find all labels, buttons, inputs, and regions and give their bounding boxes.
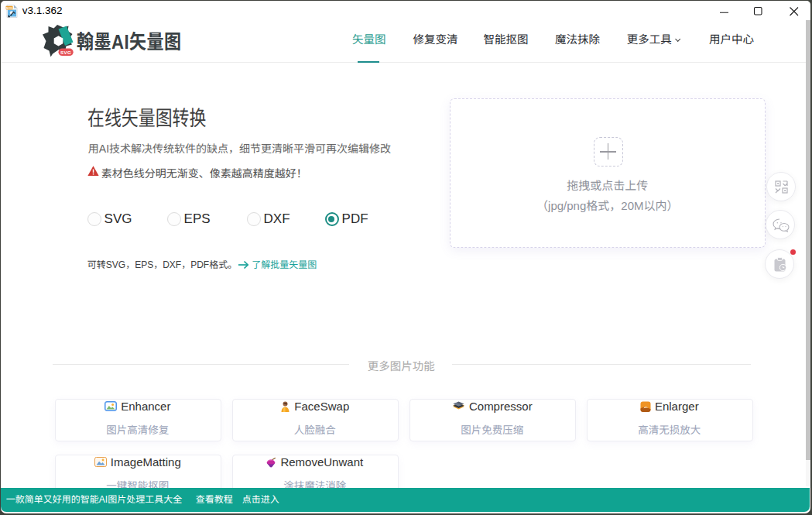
svg-text:SVG: SVG bbox=[60, 50, 71, 55]
svg-text:SVG: SVG bbox=[6, 5, 12, 9]
